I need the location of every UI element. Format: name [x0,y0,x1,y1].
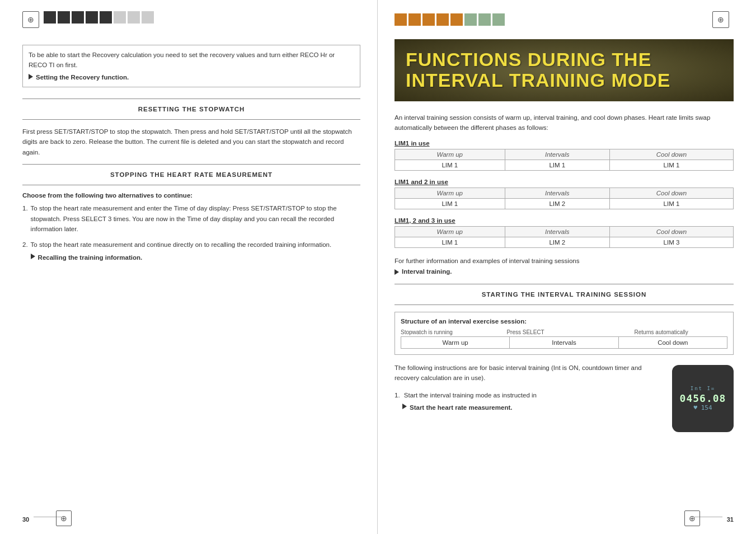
item1-num: 1. [22,203,28,234]
sq7 [128,11,140,24]
divider1b [22,119,360,120]
label-returns: Returns automatically [595,329,727,335]
lim123-header-warmup: Warm up [395,226,505,237]
sq2 [58,11,70,24]
phase-cooldown: Cool down [619,337,727,348]
watch-display: Int I= 0456.08 ♥ 154 [672,365,734,432]
lim123-header-cooldown: Cool down [609,226,733,237]
step1-arrow-label: Start the heart rate measurement. [410,402,512,413]
step1-num: 1. [395,392,400,399]
divider2 [22,164,360,165]
lim12-section: LIM1 and 2 in use Warm up Intervals Cool… [395,179,734,209]
item2-arrow-label: Recalling the training information. [38,252,143,263]
hero-title-line2: INTERVAL TRAINING MODE [406,69,670,91]
divider2b [22,185,360,185]
arrow-icon-item2 [31,254,35,259]
section1-body: First press SET/START/STOP to stop the s… [22,127,360,157]
sq1 [44,11,56,24]
divider1 [22,99,360,99]
lim1-header-cooldown: Cool down [609,149,733,160]
structure-title: Structure of an interval exercise sessio… [401,318,727,325]
squares-row-left [44,11,154,24]
phase-intervals: Intervals [510,337,618,348]
csq5 [450,13,463,26]
section2-heading: STOPPING THE HEART RATE MEASUREMENT [22,171,360,178]
label-stopwatch: Stopwatch is running [401,329,506,335]
lim12-r1c3: LIM 1 [609,198,733,209]
sq3 [72,11,84,24]
item1-text: To stop the heart rate measurement and e… [31,203,360,234]
compass-mark-top-right: ⊕ [712,11,729,28]
left-page: ⊕ To be able to start the Recovery calcu… [0,0,378,534]
hero-title: FUNCTIONS DURING THE INTERVAL TRAINING M… [406,49,722,91]
lim12-r1c1: LIM 1 [395,198,505,209]
arrow-icon-further [395,269,399,275]
compass-mark-top-left: ⊕ [22,11,39,28]
csq7 [478,13,491,26]
label-press-select: Press SELECT [506,329,595,335]
lim1-r1c3: LIM 1 [609,160,733,170]
watch-row1: Int I= [691,386,716,391]
csq4 [436,13,449,26]
csq6 [464,13,477,26]
page-number-left: 30 [22,516,29,523]
squares-row-right [395,13,505,26]
lim12-header-intervals: Intervals [505,188,609,198]
right-header-squares [395,13,510,26]
item2-row: 2. To stop the heart rate measurement an… [22,240,360,263]
right-page: ⊕ FUNCTIONS DURING THE INTERVAL TRAINING… [378,0,756,534]
lim12-r1c2: LIM 2 [505,198,609,209]
left-header: ⊕ [22,11,360,28]
csq3 [422,13,435,26]
divider-start2 [395,305,734,305]
arrow-icon-step1 [402,404,407,409]
lim1-header-warmup: Warm up [395,149,505,160]
item2-arrow-link: Recalling the training information. [31,252,332,263]
starting-heading: STARTING THE INTERVAL TRAINING SESSION [395,291,734,298]
lim1-label: LIM1 in use [395,140,734,147]
sq8 [142,11,154,24]
page-number-right: 31 [727,516,734,523]
lim12-header-warmup: Warm up [395,188,505,198]
item2-content: To stop the heart rate measurement and c… [31,240,332,263]
item2-block: 2. To stop the heart rate measurement an… [22,240,360,263]
recovery-info-box: To be able to start the Recovery calcula… [22,45,360,87]
csq1 [395,13,407,26]
csq2 [408,13,421,26]
lim1-r1c1: LIM 1 [395,160,505,170]
structure-labels-row: Stopwatch is running Press SELECT Return… [401,329,727,335]
lim123-table: Warm up Intervals Cool down LIM 1 LIM 2 … [395,226,734,248]
lim123-r1c1: LIM 1 [395,237,505,247]
arrow-icon-recovery [29,74,33,79]
instructions-block: Int I= 0456.08 ♥ 154 The following instr… [395,363,734,432]
further-link-label: Interval training. [402,268,452,275]
item2-num: 2. [22,240,28,263]
step1-text: Start the interval training mode as inst… [404,392,537,399]
structure-phases-row: Warm up Intervals Cool down [401,336,727,349]
lim12-label: LIM1 and 2 in use [395,179,734,185]
further-arrow-link: Interval training. [395,268,734,275]
intro-text: An interval training session consists of… [395,113,734,133]
phase-warmup: Warm up [401,337,510,348]
sq6 [114,11,126,24]
right-header-compass: ⊕ [712,11,734,28]
hero-banner: FUNCTIONS DURING THE INTERVAL TRAINING M… [395,39,734,101]
section1-heading: RESETTING THE STOPWATCH [22,106,360,113]
sq5 [100,11,112,24]
lim1-table: Warm up Intervals Cool down LIM 1 LIM 1 … [395,149,734,171]
lim1-r1c2: LIM 1 [505,160,609,170]
starting-section: STARTING THE INTERVAL TRAINING SESSION S… [395,284,734,432]
lim1-section: LIM1 in use Warm up Intervals Cool down … [395,140,734,171]
recovery-link-label: Setting the Recovery function. [36,73,129,82]
lim123-header-intervals: Intervals [505,226,609,237]
lim12-table: Warm up Intervals Cool down LIM 1 LIM 2 … [395,188,734,209]
item2-text: To stop the heart rate measurement and c… [31,241,332,248]
csq8 [492,13,505,26]
divider-start1 [395,284,734,284]
lim1-header-intervals: Intervals [505,149,609,160]
lim12-header-cooldown: Cool down [609,188,733,198]
further-info-text: For further information and examples of … [395,256,734,266]
section2-subheading: Choose from the following two alternativ… [22,192,360,199]
lim123-r1c3: LIM 3 [609,237,733,247]
structure-box: Structure of an interval exercise sessio… [395,312,734,355]
